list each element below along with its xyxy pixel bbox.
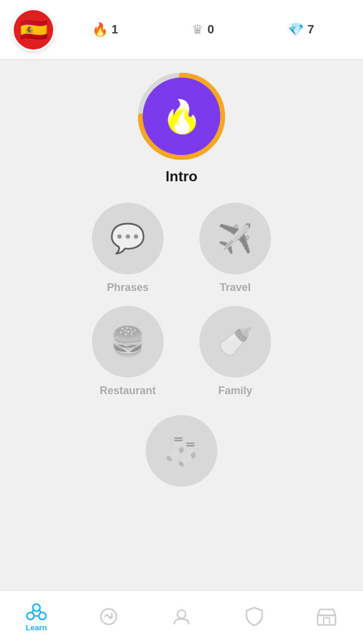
nav-learn[interactable]: Learn xyxy=(0,603,73,632)
restaurant-icon: 🍔 xyxy=(110,325,146,358)
fire-icon: 🔥 xyxy=(92,22,108,38)
intro-label: Intro xyxy=(165,168,197,185)
family-icon: 🍼 xyxy=(217,325,253,358)
practice-nav-icon xyxy=(99,607,118,626)
skill-label-family: Family xyxy=(218,385,252,397)
intro-circle: 🔥 xyxy=(143,78,220,155)
streak-value: 1 xyxy=(112,23,118,36)
skill-label-travel: Travel xyxy=(220,281,251,294)
skill-circle-travel: ✈️ xyxy=(199,203,271,274)
bottom-nav: Learn xyxy=(0,590,363,644)
skill-circle-clothing: 🧦 xyxy=(146,415,217,487)
svg-point-4 xyxy=(39,612,46,620)
skills-grid: 💬 Phrases ✈️ Travel 🍔 Restaurant 🍼 xyxy=(18,203,345,494)
skill-label-phrases: Phrases xyxy=(107,281,149,294)
gems-stat: 💎 7 xyxy=(288,22,314,38)
nav-shield[interactable] xyxy=(218,606,291,629)
skill-family[interactable]: 🍼 Family xyxy=(199,306,271,397)
skill-restaurant[interactable]: 🍔 Restaurant xyxy=(92,306,164,397)
skill-travel[interactable]: ✈️ Travel xyxy=(199,203,271,294)
profile-nav-icon xyxy=(172,607,191,626)
avatar[interactable]: 🇪🇸 xyxy=(12,8,55,51)
header-stats: 🔥 1 ♛ 0 💎 7 xyxy=(55,22,351,38)
nav-shop[interactable] xyxy=(290,607,363,628)
clothing-icon: 🧦 xyxy=(164,434,199,467)
main-content: 🔥 Intro 💬 Phrases ✈️ Travel 🍔 xyxy=(0,60,363,590)
header: 🇪🇸 🔥 1 ♛ 0 💎 7 xyxy=(0,0,363,60)
intro-ring: 🔥 xyxy=(137,72,226,161)
skill-circle-family: 🍼 xyxy=(199,306,271,377)
svg-point-3 xyxy=(27,612,34,620)
crown-icon: ♛ xyxy=(192,22,204,38)
skills-row-2: 🍔 Restaurant 🍼 Family xyxy=(18,306,345,397)
svg-rect-10 xyxy=(318,615,336,625)
svg-line-6 xyxy=(39,610,41,613)
skill-label-restaurant: Restaurant xyxy=(100,385,156,397)
streak-stat: 🔥 1 xyxy=(92,22,118,38)
gem-icon: 💎 xyxy=(288,22,304,38)
learn-nav-icon xyxy=(26,603,47,621)
flag-icon: 🇪🇸 xyxy=(20,18,48,41)
svg-point-2 xyxy=(33,604,40,611)
travel-icon: ✈️ xyxy=(217,222,253,255)
gems-value: 7 xyxy=(307,23,314,36)
skill-phrases[interactable]: 💬 Phrases xyxy=(92,203,164,294)
shield-nav-icon xyxy=(245,606,263,627)
skill-clothing[interactable]: 🧦 xyxy=(146,415,217,494)
league-stat: ♛ 0 xyxy=(192,22,214,38)
league-value: 0 xyxy=(207,23,214,36)
skills-row-1: 💬 Phrases ✈️ Travel xyxy=(18,203,345,294)
skill-circle-restaurant: 🍔 xyxy=(92,306,164,377)
phrases-icon: 💬 xyxy=(110,222,146,255)
svg-rect-11 xyxy=(324,618,330,625)
nav-learn-label: Learn xyxy=(26,623,47,632)
nav-practice[interactable] xyxy=(73,607,146,628)
svg-line-5 xyxy=(32,610,33,613)
nav-profile[interactable] xyxy=(145,607,218,628)
svg-point-9 xyxy=(177,610,186,618)
skills-row-3: 🧦 xyxy=(18,415,345,494)
intro-section[interactable]: 🔥 Intro xyxy=(18,72,345,185)
skill-circle-phrases: 💬 xyxy=(92,203,164,274)
shop-nav-icon xyxy=(316,607,337,626)
